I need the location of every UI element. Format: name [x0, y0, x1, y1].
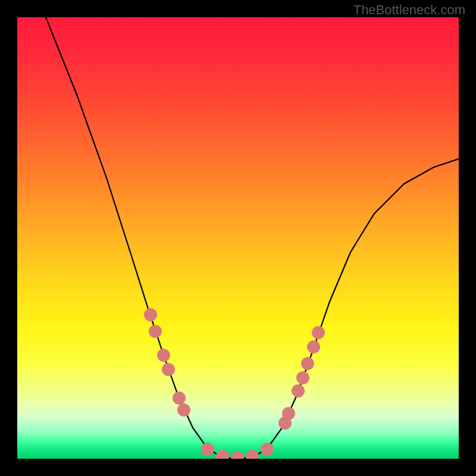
data-marker — [282, 407, 295, 420]
data-marker — [296, 371, 309, 384]
data-marker — [301, 357, 314, 370]
data-marker — [162, 363, 175, 376]
curve-svg — [17, 17, 459, 459]
data-marker — [201, 443, 214, 456]
data-marker — [307, 340, 320, 353]
data-marker — [173, 392, 186, 405]
watermark-text: TheBottleneck.com — [353, 2, 465, 18]
data-marker — [149, 325, 162, 338]
data-marker — [261, 443, 274, 456]
data-marker — [144, 308, 157, 321]
bottleneck-curve — [46, 17, 459, 459]
data-marker — [177, 403, 190, 416]
data-marker — [157, 349, 170, 362]
data-marker — [246, 450, 259, 459]
data-marker — [312, 326, 325, 339]
plot-area — [17, 17, 459, 459]
data-marker — [216, 450, 229, 459]
data-marker — [292, 384, 305, 397]
